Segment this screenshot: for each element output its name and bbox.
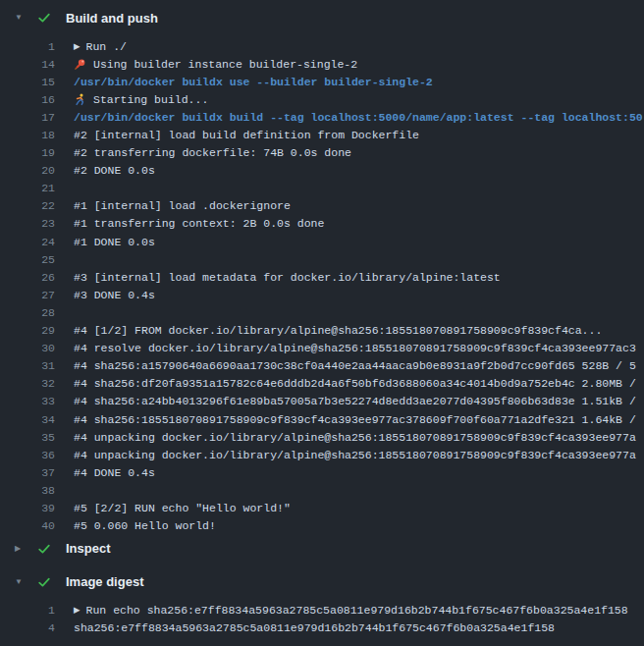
line-number[interactable]: 17 <box>0 111 55 124</box>
log-text: #5 [2/2] RUN echo "Hello world!" <box>74 502 291 514</box>
log-line-content: #1 DONE 0.0s <box>74 236 155 248</box>
log-block: 1 ▶Run echo sha256:e7ff8834a5963a2785c5a… <box>0 602 644 637</box>
line-number[interactable]: 31 <box>0 359 55 372</box>
line-number[interactable]: 18 <box>0 129 55 141</box>
log-line: 24 #1 DONE 0.0s <box>0 233 644 250</box>
log-line-content: Using builder instance builder-single-2 <box>74 58 357 71</box>
section-header-image-digest[interactable]: ▼ Image digest <box>0 570 644 594</box>
section-header-inspect[interactable]: ▶ Inspect <box>0 537 644 561</box>
log-line-content: /usr/bin/docker buildx build --tag local… <box>74 111 643 124</box>
line-number[interactable]: 1 <box>0 40 55 53</box>
log-line: 37 #4 DONE 0.4s <box>0 463 644 481</box>
log-text: #2 transferring dockerfile: 74B 0.0s don… <box>74 146 351 159</box>
log-line: 40 #5 0.060 Hello world! <box>0 517 644 535</box>
line-number[interactable]: 1 <box>0 604 55 617</box>
log-line-content: #1 transferring context: 2B 0.0s done <box>74 217 324 230</box>
section-title: Build and push <box>66 11 158 26</box>
log-line: 27 #3 DONE 0.4s <box>0 286 644 303</box>
pushpin-icon <box>74 58 86 71</box>
log-line-content: #4 sha256:185518070891758909c9f839cf4ca3… <box>74 413 636 426</box>
line-number[interactable]: 27 <box>0 289 55 301</box>
log-line-content: ▶Run ./ <box>74 40 127 53</box>
log-line-content: #2 DONE 0.0s <box>74 164 155 177</box>
play-icon: ▶ <box>74 42 80 51</box>
line-number[interactable]: 14 <box>0 58 55 71</box>
log-line: 21 <box>0 180 644 197</box>
line-number[interactable]: 32 <box>0 377 55 390</box>
log-line: 36 #4 unpacking docker.io/library/alpine… <box>0 446 644 463</box>
log-line-content: #4 sha256:a24bb4013296f61e89ba57005a7b3e… <box>74 395 636 407</box>
log-line-content: /usr/bin/docker buildx use --builder bui… <box>74 76 433 88</box>
log-text: #4 sha256:a24bb4013296f61e89ba57005a7b3e… <box>74 395 636 407</box>
log-text: #4 sha256:185518070891758909c9f839cf4ca3… <box>74 413 636 426</box>
line-number[interactable]: 37 <box>0 466 55 479</box>
log-line: 15 /usr/bin/docker buildx use --builder … <box>0 73 644 90</box>
line-number[interactable]: 4 <box>0 621 55 634</box>
line-number[interactable]: 23 <box>0 217 55 230</box>
line-number[interactable]: 16 <box>0 93 55 106</box>
log-text: Starting build... <box>93 93 208 106</box>
log-text: Run ./ <box>86 40 127 53</box>
line-number[interactable]: 28 <box>0 306 55 319</box>
line-number[interactable]: 34 <box>0 413 55 426</box>
log-line: 28 <box>0 303 644 321</box>
log-block: 1 ▶Run ./ 14 Using builder instance buil… <box>0 37 644 535</box>
play-icon: ▶ <box>74 606 80 615</box>
log-text: #1 DONE 0.0s <box>74 236 155 248</box>
line-number[interactable]: 39 <box>0 502 55 514</box>
log-line: 35 #4 unpacking docker.io/library/alpine… <box>0 428 644 446</box>
line-number[interactable]: 24 <box>0 236 55 248</box>
log-line: 26 #3 [internal] load metadata for docke… <box>0 268 644 286</box>
line-number[interactable]: 38 <box>0 484 55 497</box>
log-line: 33 #4 sha256:a24bb4013296f61e89ba57005a7… <box>0 393 644 410</box>
log-line: 30 #4 resolve docker.io/library/alpine@s… <box>0 340 644 357</box>
line-number[interactable]: 20 <box>0 164 55 177</box>
log-line: 32 #4 sha256:df20fa9351a15782c64e6dddb2d… <box>0 375 644 393</box>
log-text: #1 transferring context: 2B 0.0s done <box>74 217 324 230</box>
log-text: #1 [internal] load .dockerignore <box>74 199 291 212</box>
log-line: 25 <box>0 250 644 268</box>
log-line: 4 sha256:e7ff8834a5963a2785c5a0811e979d1… <box>0 619 644 637</box>
log-line-content: #4 [1/2] FROM docker.io/library/alpine@s… <box>74 324 602 337</box>
log-line-content: #4 sha256:df20fa9351a15782c64e6dddb2d4a6… <box>74 377 636 390</box>
log-text: #3 DONE 0.4s <box>74 289 155 301</box>
success-check-icon <box>37 575 51 589</box>
line-number[interactable]: 25 <box>0 253 55 266</box>
section-title: Image digest <box>66 574 143 589</box>
log-line-content: #5 [2/2] RUN echo "Hello world!" <box>74 502 291 514</box>
line-number[interactable]: 40 <box>0 519 55 532</box>
log-line-content: #4 unpacking docker.io/library/alpine@sh… <box>74 449 636 461</box>
section-header-build-and-push[interactable]: ▼ Build and push <box>0 6 644 29</box>
log-line-content: #1 [internal] load .dockerignore <box>74 199 291 212</box>
line-number[interactable]: 29 <box>0 324 55 337</box>
line-number[interactable]: 21 <box>0 182 55 194</box>
log-line: 1 ▶Run echo sha256:e7ff8834a5963a2785c5a… <box>0 602 644 619</box>
log-line-content: #2 [internal] load build definition from… <box>74 129 419 141</box>
line-number[interactable]: 26 <box>0 271 55 284</box>
line-number[interactable]: 35 <box>0 431 55 444</box>
log-text: /usr/bin/docker buildx build --tag local… <box>74 111 643 124</box>
log-line: 22 #1 [internal] load .dockerignore <box>0 197 644 215</box>
log-line-content: sha256:e7ff8834a5963a2785c5a0811e979d16b… <box>74 621 555 634</box>
log-text: #4 sha256:df20fa9351a15782c64e6dddb2d4a6… <box>74 377 636 390</box>
log-line: 38 <box>0 481 644 499</box>
line-number[interactable]: 22 <box>0 199 55 212</box>
log-line: 19 #2 transferring dockerfile: 74B 0.0s … <box>0 144 644 162</box>
log-line-content: #2 transferring dockerfile: 74B 0.0s don… <box>74 146 351 159</box>
line-number[interactable]: 15 <box>0 76 55 88</box>
section-title: Inspect <box>66 541 111 556</box>
log-text: #3 [internal] load metadata for docker.i… <box>74 271 501 284</box>
log-viewer: ▼ Build and push 1 ▶Run ./ 14 Using b <box>0 0 644 640</box>
log-line-content: #4 unpacking docker.io/library/alpine@sh… <box>74 431 636 444</box>
log-line-content: #3 DONE 0.4s <box>74 289 155 301</box>
line-number[interactable]: 36 <box>0 449 55 461</box>
success-check-icon <box>37 11 51 25</box>
line-number[interactable]: 33 <box>0 395 55 407</box>
line-number[interactable]: 30 <box>0 342 55 354</box>
log-line: 18 #2 [internal] load build definition f… <box>0 126 644 143</box>
log-line: 31 #4 sha256:a15790640a6690aa1730c38cf0a… <box>0 357 644 375</box>
line-number[interactable]: 19 <box>0 146 55 159</box>
log-text: sha256:e7ff8834a5963a2785c5a0811e979d16b… <box>74 621 555 634</box>
log-line-content: ▶Run echo sha256:e7ff8834a5963a2785c5a08… <box>74 604 628 617</box>
log-text: Run echo sha256:e7ff8834a5963a2785c5a081… <box>86 604 628 617</box>
